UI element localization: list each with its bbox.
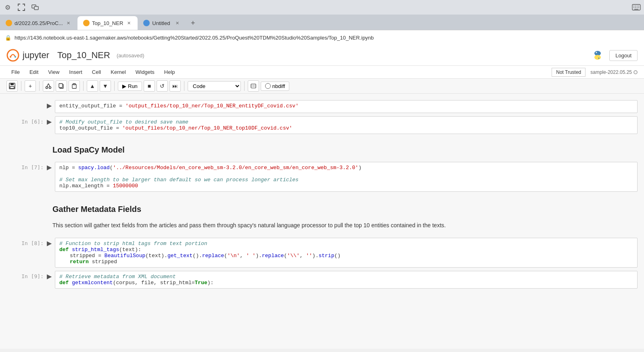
section-load-spacy: Load SpaCy Model (0, 142, 644, 159)
tab-2[interactable]: Top_10_NER ✕ (77, 16, 138, 30)
menu-file[interactable]: File (6, 67, 25, 77)
jupyter-wordmark: jupyter (23, 50, 49, 61)
svg-point-16 (594, 55, 601, 60)
copy-button[interactable] (56, 80, 67, 92)
cell-label-in9: In [9]: (6, 271, 47, 279)
restart-button[interactable]: ↺ (157, 80, 168, 92)
nbdiff-circle-icon (265, 83, 271, 89)
jupyter-logo: jupyter Top_10_NER (autosaved) (6, 49, 144, 62)
cell-label-in6-partial (6, 100, 47, 103)
cut-button[interactable] (43, 80, 54, 92)
svg-point-13 (10, 56, 11, 58)
menu-insert[interactable]: Insert (64, 67, 87, 77)
section-gather-metadata: Gather Metadata Fields (0, 201, 644, 218)
toolbar-sep-5 (184, 81, 184, 91)
cell-label-in6: In [6]: (6, 116, 47, 125)
tab-favicon-1 (6, 20, 12, 26)
tab-3[interactable]: Untitled ✕ (138, 16, 186, 30)
window-icon[interactable] (31, 3, 40, 12)
jupyter-header-right: Logout (591, 48, 638, 62)
svg-rect-30 (251, 84, 256, 88)
not-trusted-button[interactable]: Not Trusted (552, 68, 585, 77)
cell-type-select[interactable]: Code Markdown Raw NBConvert (188, 81, 241, 91)
cell-run-in8[interactable]: ▶ (47, 238, 55, 247)
save-button[interactable] (6, 80, 18, 92)
kernel-info: sample-2022.05.25 (590, 69, 638, 75)
section-title-gather-metadata: Gather Metadata Fields (52, 205, 638, 214)
tab-label-1: d/2022.05.25/ProC... (15, 20, 63, 26)
menu-view[interactable]: View (43, 67, 64, 77)
toolbar: + ▲ ▼ ▶ Run ■ ↺ ⏭ Code Markdown Raw (0, 79, 644, 94)
notebook-title[interactable]: Top_10_NER (57, 50, 110, 61)
run-button[interactable]: ▶ Run (118, 82, 142, 91)
notebook-scroll-area[interactable]: ▶ entity_output_file = 'output_files/top… (0, 94, 644, 349)
cell-label-in8: In [8]: (6, 238, 47, 246)
tab-1[interactable]: d/2022.05.25/ProC... ✕ (0, 16, 77, 30)
tab-close-2[interactable]: ✕ (125, 20, 132, 26)
title-bar: ⚙ (0, 0, 644, 15)
run-icon: ▶ (122, 83, 126, 89)
settings-icon[interactable]: ⚙ (3, 3, 12, 12)
menu-bar: File Edit View Insert Cell Kernel Widget… (0, 66, 644, 79)
fullscreen-icon[interactable] (17, 3, 26, 12)
toolbar-sep-2 (39, 81, 40, 91)
cell-code-in9[interactable]: # Retrieve metadata from XML document de… (55, 271, 638, 289)
address-url[interactable]: https://1436.notebook.us-east-1.sagemake… (15, 35, 374, 41)
jupyter-header: jupyter Top_10_NER (autosaved) Logout (0, 45, 644, 66)
jupyter-logo-icon (6, 49, 19, 62)
svg-rect-29 (73, 84, 75, 85)
kernel-name-label: sample-2022.05.25 (590, 69, 632, 75)
lock-icon: 🔒 (5, 35, 11, 41)
cell-code-in7[interactable]: nlp = spacy.load('../Resources/Models/en… (55, 162, 638, 192)
menu-help[interactable]: Help (159, 67, 180, 77)
tab-close-3[interactable]: ✕ (174, 20, 180, 26)
section-title-load-spacy: Load SpaCy Model (52, 145, 638, 155)
toolbar-sep-1 (21, 81, 21, 91)
menu-widgets[interactable]: Widgets (131, 67, 159, 77)
python-logo-icon (591, 48, 604, 62)
add-cell-button[interactable]: + (25, 80, 36, 92)
cell-code-in6[interactable]: # Modify output_file to desired save nam… (55, 116, 638, 134)
keyboard-icon[interactable] (632, 3, 641, 12)
logout-button[interactable]: Logout (609, 50, 638, 61)
toolbar-sep-3 (83, 81, 84, 91)
svg-point-18 (598, 58, 600, 59)
menu-edit[interactable]: Edit (25, 67, 43, 77)
menu-bar-right: Not Trusted sample-2022.05.25 (552, 68, 638, 77)
run-label: Run (128, 83, 138, 89)
fastforward-button[interactable]: ⏭ (169, 80, 181, 92)
cell-run-in6[interactable]: ▶ (47, 116, 55, 126)
title-bar-left-icons: ⚙ (3, 3, 40, 12)
svg-point-22 (46, 87, 48, 89)
cell-in6-partial: ▶ entity_output_file = 'output_files/top… (0, 100, 644, 113)
stop-button[interactable]: ■ (144, 80, 155, 92)
cell-code-in6-partial[interactable]: entity_output_file = 'output_files/top_1… (55, 100, 638, 113)
cell-run-in9[interactable]: ▶ (47, 271, 55, 280)
menu-kernel[interactable]: Kernel (106, 67, 131, 77)
tab-close-1[interactable]: ✕ (65, 20, 72, 26)
svg-rect-20 (10, 83, 14, 85)
cell-code-in8[interactable]: # Function to strip html tags from text … (55, 238, 638, 268)
svg-line-25 (48, 84, 50, 87)
paste-button[interactable] (69, 80, 80, 92)
menu-cell[interactable]: Cell (87, 67, 106, 77)
move-down-button[interactable]: ▼ (100, 80, 111, 92)
svg-point-23 (49, 87, 51, 89)
toolbar-sep-6 (244, 81, 245, 91)
cell-run-in6-partial[interactable]: ▶ (47, 100, 55, 109)
move-up-button[interactable]: ▲ (87, 80, 98, 92)
nbdiff-button[interactable]: nbdiff (261, 82, 290, 91)
cell-in8: In [8]: ▶ # Function to strip html tags … (0, 238, 644, 268)
cell-in6: In [6]: ▶ # Modify output_file to desire… (0, 116, 644, 134)
svg-line-24 (47, 84, 48, 87)
keyboard-shortcuts-button[interactable] (248, 80, 259, 92)
cell-in9: In [9]: ▶ # Retrieve metadata from XML d… (0, 271, 644, 289)
tabs-bar: d/2022.05.25/ProC... ✕ Top_10_NER ✕ Unti… (0, 15, 644, 30)
cell-in7: In [7]: ▶ nlp = spacy.load('../Resources… (0, 162, 644, 192)
cell-label-in7: In [7]: (6, 162, 47, 170)
address-bar: 🔒 https://1436.notebook.us-east-1.sagema… (0, 30, 644, 45)
new-tab-button[interactable]: + (186, 16, 200, 30)
cell-run-in7[interactable]: ▶ (47, 162, 55, 171)
menu-items: File Edit View Insert Cell Kernel Widget… (6, 67, 180, 77)
autosaved-label: (autosaved) (117, 52, 144, 59)
